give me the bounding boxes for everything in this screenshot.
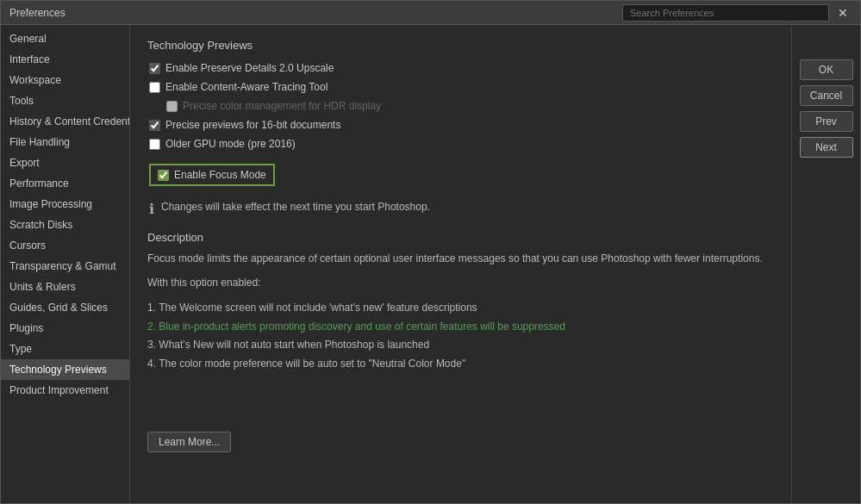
focus-mode-checkbox[interactable] (158, 170, 169, 181)
sidebar-item-cursors[interactable]: Cursors (1, 235, 129, 256)
sidebar-item-performance[interactable]: Performance (1, 173, 129, 194)
checkbox-precise-previews-label: Precise previews for 16-bit documents (165, 119, 340, 131)
sidebar: GeneralInterfaceWorkspaceToolsHistory & … (1, 25, 130, 503)
sidebar-item-product-improvement[interactable]: Product Improvement (1, 380, 129, 401)
dialog-body: GeneralInterfaceWorkspaceToolsHistory & … (1, 25, 860, 503)
description-with-enabled: With this option enabled: (147, 275, 774, 290)
description-list: 1. The Welcome screen will not include '… (147, 299, 774, 373)
info-icon: ℹ (149, 201, 154, 217)
sidebar-item-tools[interactable]: Tools (1, 90, 129, 111)
info-row: ℹ Changes will take effect the next time… (149, 200, 774, 217)
checkbox-preserve-details-label: Enable Preserve Details 2.0 Upscale (165, 62, 334, 74)
sidebar-item-technology-previews[interactable]: Technology Previews (1, 359, 129, 380)
sidebar-item-file-handling[interactable]: File Handling (1, 132, 129, 152)
learn-more-button[interactable]: Learn More... (147, 432, 231, 452)
sidebar-item-workspace[interactable]: Workspace (1, 70, 129, 90)
sidebar-item-general[interactable]: General (1, 28, 129, 49)
checkbox-older-gpu-label: Older GPU mode (pre 2016) (165, 138, 296, 150)
preferences-dialog: Preferences ✕ GeneralInterfaceWorkspaceT… (0, 0, 861, 504)
sidebar-item-transparency-gamut[interactable]: Transparency & Gamut (1, 256, 129, 277)
ok-button[interactable]: OK (800, 59, 853, 80)
search-input[interactable] (622, 4, 829, 22)
list-item-2: 2. Blue in-product alerts promoting disc… (147, 318, 774, 337)
dialog-title: Preferences (9, 7, 66, 19)
info-text: Changes will take effect the next time y… (161, 200, 430, 215)
list-item-1: 1. The Welcome screen will not include '… (147, 299, 774, 318)
next-button[interactable]: Next (800, 137, 853, 158)
checkbox-hdr-color-label: Precise color management for HDR display (183, 100, 381, 112)
checkbox-preserve-details[interactable]: Enable Preserve Details 2.0 Upscale (147, 62, 774, 74)
checkbox-content-aware[interactable]: Enable Content-Aware Tracing Tool (147, 81, 774, 93)
sidebar-item-type[interactable]: Type (1, 339, 129, 359)
action-buttons-panel: OK Cancel Prev Next (791, 25, 860, 503)
sidebar-item-scratch-disks[interactable]: Scratch Disks (1, 215, 129, 235)
description-intro: Focus mode limits the appearance of cert… (147, 251, 774, 266)
description-section: Description Focus mode limits the appear… (147, 231, 774, 373)
section-title: Technology Previews (147, 39, 774, 52)
focus-mode-container[interactable]: Enable Focus Mode (149, 164, 275, 186)
title-bar: Preferences ✕ (1, 1, 860, 25)
sidebar-item-image-processing[interactable]: Image Processing (1, 194, 129, 215)
sidebar-item-guides-grid-slices[interactable]: Guides, Grid & Slices (1, 297, 129, 318)
checkbox-precise-previews[interactable]: Precise previews for 16-bit documents (147, 119, 774, 131)
checkbox-older-gpu[interactable]: Older GPU mode (pre 2016) (147, 138, 774, 150)
sidebar-item-export[interactable]: Export (1, 152, 129, 173)
sidebar-item-plugins[interactable]: Plugins (1, 318, 129, 339)
checkbox-hdr-color[interactable]: Precise color management for HDR display (147, 100, 774, 112)
close-button[interactable]: ✕ (834, 7, 852, 19)
main-content: Technology Previews Enable Preserve Deta… (130, 25, 791, 503)
checkbox-content-aware-label: Enable Content-Aware Tracing Tool (165, 81, 328, 93)
focus-mode-label: Enable Focus Mode (174, 169, 266, 181)
sidebar-item-history-content[interactable]: History & Content Credentials (1, 111, 129, 132)
list-item-4: 4. The color mode preference will be aut… (147, 355, 774, 374)
prev-button[interactable]: Prev (800, 111, 853, 132)
cancel-button[interactable]: Cancel (800, 85, 853, 106)
sidebar-item-interface[interactable]: Interface (1, 49, 129, 70)
list-item-3: 3. What's New will not auto start when P… (147, 336, 774, 355)
title-bar-right: ✕ (622, 4, 852, 22)
sidebar-item-units-rulers[interactable]: Units & Rulers (1, 277, 129, 297)
description-title: Description (147, 231, 774, 244)
